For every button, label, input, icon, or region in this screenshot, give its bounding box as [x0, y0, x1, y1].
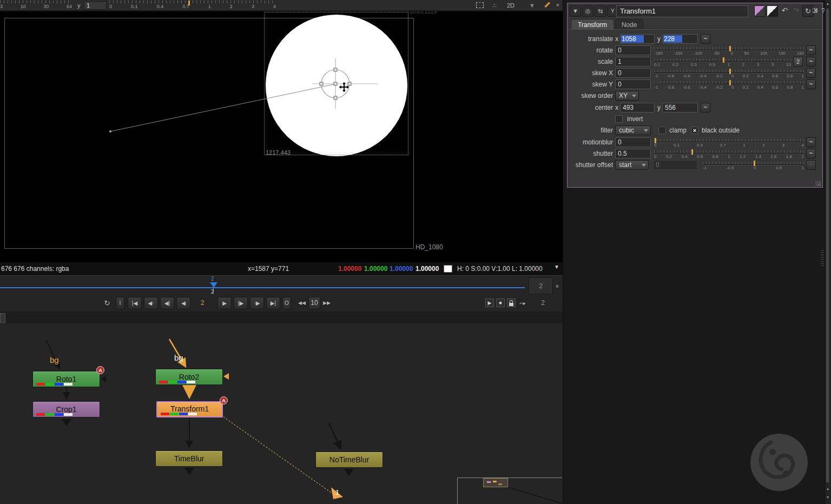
shutter-slider[interactable]: 00.20.40.60.811.21.41.61.82 — [654, 148, 804, 160]
skew-order-dropdown[interactable]: XY — [615, 91, 639, 101]
undo-icon[interactable]: ↶ — [779, 5, 790, 17]
timeline-range-field[interactable]: 2 — [529, 277, 553, 294]
timeline-track[interactable] — [0, 287, 525, 288]
rotate-field[interactable]: 0 — [615, 45, 651, 55]
scroll-up-icon[interactable]: ▲ — [825, 2, 830, 5]
node-graph[interactable]: bg bg Roto1 A Crop1 Roto2 Transform1 A T… — [0, 323, 563, 504]
invert-checkbox[interactable] — [615, 115, 623, 123]
view-mode-dropdown[interactable]: 2D — [504, 1, 517, 10]
lock-range-icon[interactable] — [507, 299, 516, 307]
motionblur-field[interactable]: 0 — [615, 137, 651, 147]
tab-node[interactable]: Node — [615, 19, 643, 30]
node-crop1[interactable]: Crop1 — [32, 401, 100, 417]
shutter-custom-field[interactable]: 0 — [653, 160, 697, 170]
status-dropdown-icon[interactable]: ▼ — [554, 261, 559, 274]
render-timeline-icon[interactable]: ⌐▸ — [517, 297, 528, 309]
pane-splitter-grip[interactable] — [821, 250, 824, 266]
clamp-checkbox[interactable] — [658, 127, 666, 134]
scale-channels-button[interactable]: 2 — [793, 57, 803, 67]
center-x-field[interactable]: 493 — [620, 103, 655, 112]
timeline[interactable]: 2 2 2 « — [0, 275, 563, 295]
node-color-swatch[interactable] — [754, 5, 766, 17]
gamma-marker[interactable] — [188, 1, 190, 5]
gamma-input[interactable]: 1 — [84, 1, 107, 10]
skew-x-slider[interactable]: -1-0.8-0.6-0.4-0.200.20.40.60.81 — [654, 68, 804, 79]
rotate-curve-icon[interactable]: ~ — [806, 45, 816, 55]
motionblur-slider[interactable]: 00.10.40.71234 — [654, 137, 804, 148]
center-node-icon[interactable]: ◎ — [582, 5, 593, 17]
filter-dropdown[interactable]: cubic — [615, 125, 651, 135]
fps-field[interactable]: 2 — [533, 296, 553, 310]
skew-y-curve-icon[interactable]: ~ — [806, 79, 816, 89]
scrollbar-thumb[interactable] — [826, 8, 830, 483]
center-curve-icon[interactable]: ~ — [701, 103, 710, 112]
skew-x-slider-marker[interactable] — [729, 69, 731, 74]
skew-x-curve-icon[interactable]: ~ — [806, 68, 816, 78]
flipbook-play-icon[interactable]: ▶ — [485, 299, 494, 307]
float-panel-icon[interactable]: ⇆ — [595, 5, 606, 17]
next-keyframe-button[interactable]: ·▶ — [250, 297, 264, 309]
shutter-field[interactable]: 0.5 — [615, 149, 651, 158]
motionblur-curve-icon[interactable]: ~ — [806, 137, 816, 147]
go-to-end-button[interactable]: ▶| — [266, 297, 280, 309]
annotation-pen-icon[interactable] — [544, 2, 550, 8]
timeline-collapse-icon[interactable]: « — [553, 285, 560, 288]
shutter-slider-marker[interactable] — [691, 149, 693, 155]
skew-x-field[interactable]: 0 — [615, 68, 651, 78]
black-outside-checkbox[interactable]: × — [691, 127, 698, 134]
shutter-offset-slider[interactable]: -1-0.500.51 — [703, 160, 804, 171]
skew-y-slider-marker[interactable] — [729, 80, 731, 85]
panel-collapse-icon[interactable]: ▼ — [570, 5, 581, 17]
shutter-offset-curve-icon[interactable]: ~ — [806, 160, 816, 170]
translate-y-field[interactable]: 228 — [662, 34, 698, 44]
node-name-field[interactable]: Transform1 — [616, 5, 748, 17]
gain-slider[interactable]: 3103064 — [0, 1, 72, 10]
panel-resize-grip[interactable] — [815, 181, 821, 186]
shutter-curve-icon[interactable]: ~ — [806, 149, 816, 158]
toolbar-collapse-icon[interactable]: « — [553, 2, 562, 9]
play-backward-button[interactable]: ◀ — [176, 297, 190, 309]
tab-transform[interactable]: Transform — [571, 19, 614, 30]
out-point-button[interactable]: O — [282, 297, 291, 309]
scale-field[interactable]: 1 — [615, 57, 651, 67]
minimap-viewport[interactable] — [483, 478, 508, 487]
playhead[interactable] — [210, 282, 217, 288]
go-to-start-button[interactable]: |◀ — [128, 297, 142, 309]
rotate-slider[interactable]: -180-150-100-50050100150180 — [654, 45, 804, 56]
scale-curve-icon[interactable]: ~ — [806, 57, 816, 67]
stop-render-icon[interactable]: ■ — [496, 299, 505, 307]
step-forward-button[interactable]: |▶ — [234, 297, 248, 309]
roi-icon[interactable] — [476, 2, 484, 8]
center-y-field[interactable]: 556 — [662, 103, 698, 112]
node-roto2[interactable]: Roto2 — [155, 369, 223, 385]
scale-slider-marker[interactable] — [723, 57, 724, 63]
viewer-canvas[interactable]: HD_1080 1095,1119 1217,443 — [0, 11, 563, 262]
gamma-slider[interactable]: 00.10.40.71234 — [109, 1, 276, 10]
redo-icon[interactable]: ↷ — [790, 5, 802, 17]
loop-mode-button[interactable]: ↻ — [101, 297, 114, 309]
shutter-offset-dropdown[interactable]: start — [615, 160, 649, 170]
translate-x-field[interactable]: 1058 — [620, 34, 655, 44]
current-frame-field[interactable]: 2 — [193, 297, 212, 309]
scale-slider[interactable]: 0.10.20.30.5123510 — [654, 56, 791, 68]
jump-back-button[interactable]: ◀◀ — [296, 297, 307, 309]
scroll-up2-icon[interactable]: ▲ — [825, 487, 830, 490]
nodegraph-tab-handle[interactable] — [0, 313, 5, 323]
node-timeblur[interactable]: TimeBlur — [155, 450, 223, 467]
gl-color-swatch[interactable] — [767, 5, 778, 17]
step-back-button[interactable]: ◀| — [160, 297, 174, 309]
in-point-button[interactable]: I — [116, 297, 124, 309]
frame-increment-field[interactable]: 10 — [308, 297, 320, 309]
motionblur-slider-marker[interactable] — [655, 138, 656, 143]
rotate-slider-marker[interactable] — [729, 46, 731, 51]
jump-forward-button[interactable]: ▶▶ — [321, 297, 332, 309]
tracker-icon[interactable]: ∴ — [490, 1, 499, 10]
previous-keyframe-button[interactable]: ◀· — [144, 297, 158, 309]
node-transform1[interactable]: Transform1 — [156, 401, 223, 417]
translate-curve-icon[interactable]: ~ — [701, 34, 710, 44]
node-roto1[interactable]: Roto1 — [32, 371, 100, 387]
play-forward-button[interactable]: ▶ — [217, 297, 232, 309]
shutter-offset-slider-marker[interactable] — [754, 161, 755, 166]
view-mode-arrow-icon[interactable]: ▼ — [529, 1, 535, 10]
skew-y-slider[interactable]: -1-0.8-0.6-0.4-0.200.20.40.60.81 — [654, 79, 804, 90]
